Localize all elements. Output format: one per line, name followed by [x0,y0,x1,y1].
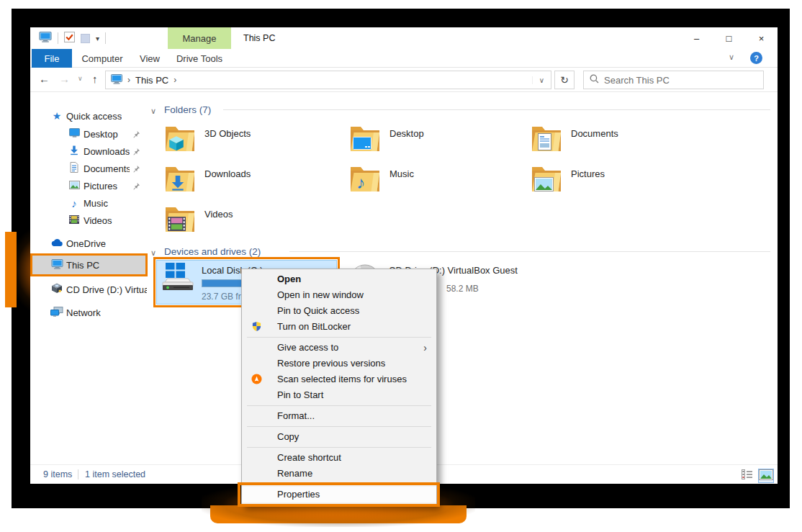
sidebar-item-network[interactable]: Network [30,304,148,321]
menu-separator [247,426,431,427]
sidebar-item-music[interactable]: ♪ Music [30,194,148,212]
tab-drive-tools[interactable]: Drive Tools [168,49,231,68]
menu-item-copy[interactable]: Copy [242,429,436,445]
sidebar-item-documents[interactable]: Documents [30,160,148,177]
context-menu: Open Open in new window Pin to Quick acc… [241,269,437,506]
sidebar-item-label: OneDrive [66,238,106,249]
properties-shortcut-icon[interactable] [64,32,75,45]
network-icon [50,307,63,319]
section-divider [223,109,770,110]
collapse-folders-icon[interactable]: ∨ [150,107,156,116]
breadcrumb-chevron-icon[interactable]: › [127,75,130,85]
details-view-icon[interactable] [742,469,753,482]
minimize-ribbon-icon[interactable]: ∨ [729,53,734,62]
folder-tile-downloads[interactable]: Downloads [164,164,333,202]
sidebar-item-label: CD Drive (D:) VirtualB [66,284,147,295]
download-arrow-icon [170,175,186,193]
thumbnails-view-icon[interactable] [759,469,773,482]
sidebar-item-label: Pictures [84,181,117,191]
refresh-button[interactable]: ↻ [554,71,575,89]
item-count: 9 items [43,469,72,479]
sidebar-item-pictures[interactable]: Pictures [30,177,148,194]
menu-item-turn-on-bitlocker[interactable]: Turn on BitLocker [242,319,436,335]
pin-icon [132,130,140,140]
menu-item-format[interactable]: Format... [242,408,436,424]
folder-tile-documents[interactable]: Documents [531,124,700,161]
sidebar-item-onedrive[interactable]: OneDrive [30,235,148,252]
sidebar-item-label: Network [66,307,101,318]
menu-item-restore-previous-versions[interactable]: Restore previous versions [242,356,436,371]
address-bar[interactable]: › This PC › ∨ [105,71,551,89]
section-divider [289,251,770,252]
folder-name: Desktop [389,128,424,139]
desktop-icon [68,128,81,140]
folder-icon [349,164,382,193]
sidebar-item-desktop[interactable]: Desktop [30,125,148,143]
sidebar-item-downloads[interactable]: Downloads [30,143,148,160]
folder-name: Videos [204,209,233,220]
customize-toolbar-dropdown-icon[interactable]: ▾ [96,35,99,42]
tab-view[interactable]: View [131,49,168,68]
hard-drive-icon[interactable] [161,263,195,294]
documents-icon [68,162,81,175]
sidebar-item-label: Desktop [84,129,118,140]
menu-item-label: Turn on BitLocker [277,321,351,332]
menu-item-rename[interactable]: Rename [242,466,436,482]
tab-computer[interactable]: Computer [76,49,128,68]
downloads-icon [68,145,81,158]
sidebar-item-label: Music [84,198,108,209]
sidebar-item-label: Videos [84,215,112,226]
up-button[interactable]: ↑ [92,73,98,85]
search-input[interactable] [604,75,741,86]
manage-contextual-tab[interactable]: Manage [168,27,231,49]
maximize-button[interactable]: □ [713,27,745,49]
menu-item-pin-to-start[interactable]: Pin to Start [242,387,436,403]
selection-count: 1 item selected [85,469,145,479]
breadcrumb-chevron-icon[interactable]: › [174,75,176,85]
new-folder-shortcut-icon[interactable] [81,34,90,43]
sidebar-item-cd-drive[interactable]: CD Drive (D:) VirtualB [30,281,148,298]
this-pc-icon [50,259,63,271]
menu-item-scan-for-viruses[interactable]: Scan selected items for viruses [242,371,436,387]
quick-access-star-icon: ★ [50,110,63,122]
menu-item-open[interactable]: Open [242,271,436,287]
uac-shield-icon [251,321,262,337]
status-divider [78,469,78,479]
sidebar-item-label: Downloads [84,146,130,157]
menu-item-pin-to-quick-access[interactable]: Pin to Quick access [242,303,436,319]
folder-name: Music [389,168,414,179]
recent-locations-dropdown-icon[interactable]: ∨ [78,75,83,82]
address-dropdown-icon[interactable]: ∨ [532,76,551,84]
folder-tile-music[interactable]: ♪ Music [349,164,518,202]
screenshot-canvas: ▾ Manage This PC – □ × File Computer Vie… [0,0,802,532]
help-icon[interactable]: ? [750,52,762,64]
close-button[interactable]: × [745,27,778,49]
sidebar-item-label: Quick access [66,111,122,122]
folder-tile-3d-objects[interactable]: 3D Objects [164,124,333,161]
folder-tile-pictures[interactable]: Pictures [531,164,700,202]
submenu-chevron-icon: › [423,340,427,356]
breadcrumb-this-pc[interactable]: This PC [135,75,168,86]
pin-icon [132,147,140,158]
title-bar: ▾ Manage This PC – □ × [30,27,778,49]
minimize-button[interactable]: – [680,27,713,49]
search-box[interactable] [583,71,764,89]
back-button[interactable]: ← [39,73,50,85]
folder-tile-desktop[interactable]: Desktop [349,124,518,161]
folder-tile-videos[interactable]: Videos [164,204,333,242]
sidebar-item-videos[interactable]: Videos [30,212,148,229]
sidebar-item-this-pc[interactable]: This PC [30,256,148,274]
picture-icon [534,177,554,194]
folder-name: 3D Objects [204,128,251,139]
search-icon [590,74,599,86]
document-page-icon [538,133,551,153]
menu-item-give-access-to[interactable]: Give access to › [242,340,436,356]
sidebar-item-quick-access[interactable]: ★ Quick access [30,107,148,125]
virtualbox-cd-icon [50,283,63,296]
menu-item-create-shortcut[interactable]: Create shortcut [242,450,436,466]
desktop-monitor-icon [353,137,371,152]
folder-name: Downloads [204,168,251,179]
forward-button[interactable]: → [59,73,70,85]
tab-file[interactable]: File [32,49,72,68]
menu-item-open-in-new-window[interactable]: Open in new window [242,287,436,303]
